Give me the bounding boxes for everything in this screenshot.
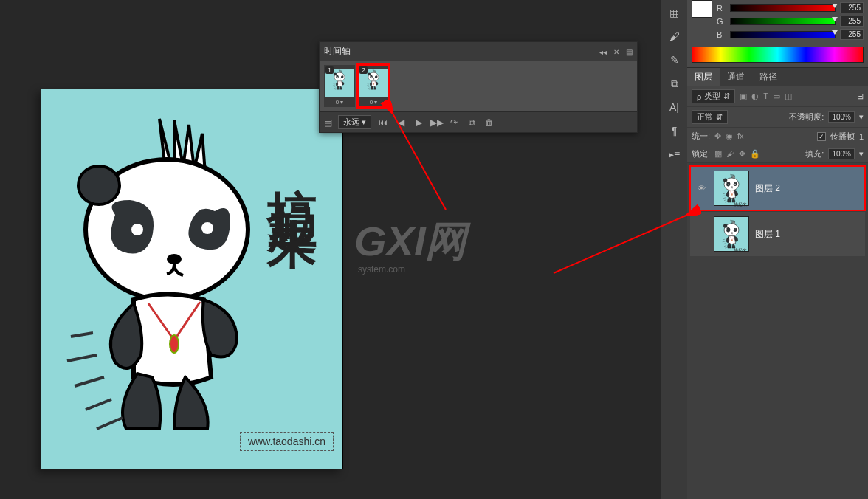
filter-smart-icon[interactable]: ◫ bbox=[785, 92, 792, 101]
lock-position-icon[interactable]: ✥ bbox=[739, 149, 745, 159]
timeline-toolbar: ▤ 永远▾ ⏮ ◀ ▶ ▶▶ ↷ ⧉ 🗑 bbox=[320, 111, 637, 132]
layer-list: 👁搞起来图层 2搞起来图层 1 bbox=[687, 163, 868, 499]
layer-thumbnail[interactable]: 搞起来 bbox=[714, 171, 749, 206]
panel-tab-2[interactable]: 路径 bbox=[752, 68, 785, 86]
opacity-label: 不透明度: bbox=[789, 111, 824, 123]
opacity-value[interactable]: 100% bbox=[828, 111, 855, 123]
propagate-checkbox[interactable]: ✓ bbox=[817, 132, 826, 141]
filter-adjust-icon[interactable]: ◐ bbox=[751, 92, 759, 101]
slider-R[interactable] bbox=[730, 4, 836, 12]
brush-preset-icon[interactable]: ✎ bbox=[665, 50, 684, 69]
unify-style-icon[interactable]: fx bbox=[737, 131, 744, 141]
prev-frame-button[interactable]: ◀ bbox=[395, 117, 407, 128]
timeline-collapse-icon[interactable]: ◂◂ bbox=[599, 48, 607, 56]
canvas-url-text[interactable]: www.taodashi.cn bbox=[240, 432, 334, 451]
unify-label: 统一: bbox=[692, 131, 710, 142]
slider-value-R[interactable]: 255 bbox=[840, 2, 864, 13]
lock-all-icon[interactable]: 🔒 bbox=[750, 149, 760, 159]
lock-label: 锁定: bbox=[692, 148, 710, 159]
panel-tab-1[interactable]: 通道 bbox=[720, 68, 752, 86]
channel-label-B: B bbox=[717, 30, 726, 39]
character-icon[interactable]: A| bbox=[665, 97, 684, 117]
layers-panel: 图层通道路径 ρ 类型 ⇵ ▣ ◐ T ▭ ◫ ⊟ 正常 ⇵ 不透明度: 100… bbox=[687, 68, 868, 499]
slider-value-G[interactable]: 255 bbox=[840, 16, 864, 27]
timeline-frame-1[interactable]: 10 ▾ bbox=[324, 65, 355, 107]
right-toolstrip: ▦ 🖌 ✎ ⧉ A| ¶ ▸≡ bbox=[661, 0, 687, 499]
timeline-menu-icon[interactable]: ▤ bbox=[626, 48, 633, 56]
filter-type-icon[interactable]: T bbox=[763, 92, 768, 101]
frame-number: 2 bbox=[359, 66, 368, 74]
canvas-vertical-text: 搞起来 bbox=[258, 148, 328, 193]
layer-thumbnail[interactable]: 搞起来 bbox=[714, 216, 749, 252]
first-frame-button[interactable]: ⏮ bbox=[377, 117, 389, 128]
canvas[interactable]: 搞起来 www.taodashi.cn bbox=[41, 89, 343, 469]
filter-shape-icon[interactable]: ▭ bbox=[773, 92, 780, 101]
panel-tab-0[interactable]: 图层 bbox=[687, 68, 720, 86]
channel-label-R: R bbox=[717, 4, 726, 13]
unify-position-icon[interactable]: ✥ bbox=[714, 131, 721, 141]
color-panel: R255G255B255 bbox=[687, 0, 868, 68]
foreground-swatch[interactable] bbox=[692, 0, 712, 18]
layer-name[interactable]: 图层 1 bbox=[755, 228, 780, 241]
panda-illustration bbox=[63, 111, 270, 436]
slider-value-B[interactable]: 255 bbox=[840, 29, 864, 40]
slider-G[interactable] bbox=[730, 18, 836, 25]
layer-row-1[interactable]: 搞起来图层 1 bbox=[690, 212, 865, 256]
unify-visibility-icon[interactable]: ◉ bbox=[726, 131, 733, 141]
layer-name[interactable]: 图层 2 bbox=[755, 182, 780, 195]
lock-transparency-icon[interactable]: ▩ bbox=[714, 149, 722, 159]
color-spectrum[interactable] bbox=[692, 47, 864, 63]
next-frame-button[interactable]: ▶▶ bbox=[430, 117, 442, 128]
blend-mode-select[interactable]: 正常 ⇵ bbox=[692, 110, 728, 124]
layer-row-0[interactable]: 👁搞起来图层 2 bbox=[690, 166, 865, 210]
play-button[interactable]: ▶ bbox=[413, 117, 424, 128]
slider-B[interactable] bbox=[730, 31, 836, 38]
actions-icon[interactable]: ▸≡ bbox=[665, 145, 684, 164]
timeline-header[interactable]: 时间轴 ◂◂ ✕ ▤ bbox=[320, 42, 637, 61]
fill-label: 填充: bbox=[805, 148, 824, 159]
clone-source-icon[interactable]: ⧉ bbox=[665, 74, 684, 93]
propagate-value: 1 bbox=[859, 132, 864, 141]
propagate-label: 传播帧 bbox=[830, 131, 855, 142]
paragraph-icon[interactable]: ¶ bbox=[665, 121, 684, 140]
delete-frame-button[interactable]: 🗑 bbox=[483, 117, 495, 128]
fill-value[interactable]: 100% bbox=[828, 148, 855, 159]
tween-button[interactable]: ↷ bbox=[448, 117, 460, 128]
channel-label-G: G bbox=[717, 17, 726, 26]
timeline-loop-select[interactable]: 永远▾ bbox=[338, 115, 371, 129]
timeline-panel[interactable]: 时间轴 ◂◂ ✕ ▤ 10 ▾20 ▾ ▤ 永远▾ ⏮ ◀ ▶ ▶▶ ↷ ⧉ 🗑 bbox=[319, 41, 638, 133]
lock-pixels-icon[interactable]: 🖌 bbox=[726, 149, 734, 159]
brushes-icon[interactable]: 🖌 bbox=[665, 27, 684, 46]
timeline-frames: 10 ▾20 ▾ bbox=[320, 61, 637, 111]
visibility-toggle[interactable]: 👁 bbox=[695, 184, 708, 193]
new-frame-button[interactable]: ⧉ bbox=[466, 117, 478, 128]
frame-number: 1 bbox=[326, 66, 334, 74]
timeline-frame-2[interactable]: 20 ▾ bbox=[358, 65, 389, 107]
timeline-close-icon[interactable]: ✕ bbox=[613, 48, 619, 56]
layer-filter-type[interactable]: ρ 类型 ⇵ bbox=[692, 89, 735, 103]
filter-pixel-icon[interactable]: ▣ bbox=[740, 92, 747, 101]
timeline-title: 时间轴 bbox=[324, 45, 351, 58]
layers-panel-tabs: 图层通道路径 bbox=[687, 68, 868, 86]
watermark: GXI网 system.com bbox=[354, 214, 466, 275]
filter-toggle[interactable]: ⊟ bbox=[857, 92, 864, 101]
timeline-mode-icon[interactable]: ▤ bbox=[324, 117, 332, 128]
swatches-icon[interactable]: ▦ bbox=[665, 3, 684, 22]
